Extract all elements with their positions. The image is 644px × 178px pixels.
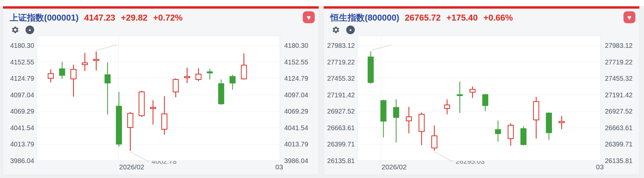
y-axis-label: 4152.55	[3, 58, 34, 66]
index-card-hang-seng: 27887.2426295.0327983.1227983.1227719.22…	[323, 6, 640, 175]
price-change: +175.40	[447, 13, 478, 23]
y-axis-label: 4124.79	[3, 74, 34, 82]
candle	[139, 91, 144, 117]
y-axis-label: 27455.32	[605, 74, 639, 82]
chart-canvas	[3, 6, 319, 175]
chart-toolbar: ▲	[332, 26, 355, 34]
y-axis-label: 27455.32	[324, 74, 355, 82]
index-header: 上证指数(000001) 4147.23 +29.82 +0.72%	[10, 12, 183, 24]
y-axis-label: 3986.04	[284, 157, 319, 165]
gear-icon	[332, 26, 340, 34]
y-axis-label: 26927.52	[324, 107, 355, 115]
y-axis-label: 27719.22	[605, 58, 639, 66]
y-axis-label: 4124.79	[284, 74, 319, 82]
candle	[521, 126, 526, 145]
y-axis-label: 27191.42	[605, 91, 639, 99]
y-axis-label: 3986.04	[3, 157, 34, 165]
accent-bar	[3, 6, 319, 9]
index-header: 恒生指数(800000) 26765.72 +175.40 +0.66%	[330, 12, 513, 24]
index-name: 上证指数(000001)	[10, 12, 79, 24]
index-name: 恒生指数(800000)	[330, 12, 399, 24]
gear-icon	[11, 26, 19, 34]
y-axis-label: 4013.79	[284, 140, 319, 148]
y-axis-label: 4069.29	[3, 107, 34, 115]
favorite-button[interactable]: ♥	[623, 11, 635, 23]
price-change-percent: +0.72%	[153, 13, 183, 23]
candle	[219, 79, 224, 105]
x-axis-label: 2026/02	[381, 163, 406, 171]
index-card-shanghai-composite: 4170.214002.784180.304180.304152.554152.…	[3, 6, 319, 175]
accent-bar	[324, 6, 639, 9]
x-axis-label: 2026/02	[119, 163, 144, 171]
y-axis-label: 27983.12	[605, 42, 639, 49]
last-price: 4147.23	[84, 13, 115, 23]
y-axis-label: 4041.54	[284, 124, 319, 132]
y-axis-label: 4180.30	[3, 42, 34, 49]
y-axis-label: 26399.71	[324, 140, 355, 148]
y-axis-label: 4097.04	[284, 91, 319, 99]
favorite-button[interactable]: ♥	[303, 11, 315, 23]
last-price: 26765.72	[405, 13, 441, 23]
heart-icon: ♥	[307, 14, 311, 21]
candlestick-chart[interactable]: 4170.214002.784180.304180.304152.554152.…	[3, 6, 319, 175]
y-axis-label: 4041.54	[3, 124, 34, 132]
collapse-button[interactable]: ▲	[346, 26, 355, 34]
y-axis-label: 26135.81	[324, 157, 355, 165]
y-axis-label: 26927.52	[605, 107, 639, 115]
x-axis-label: 03	[275, 163, 283, 171]
y-axis-label: 27719.22	[324, 58, 355, 66]
triangle-up-icon: ▲	[349, 28, 352, 32]
candlestick-chart[interactable]: 27887.2426295.0327983.1227983.1227719.22…	[324, 6, 640, 175]
y-axis-label: 4180.30	[284, 42, 319, 49]
heart-icon: ♥	[627, 14, 631, 21]
y-axis-label: 4097.04	[3, 91, 34, 99]
y-axis-label: 26399.71	[605, 140, 639, 148]
collapse-button[interactable]: ▲	[26, 26, 34, 34]
triangle-up-icon: ▲	[28, 28, 32, 32]
y-axis-label: 26663.61	[605, 124, 639, 132]
y-axis-label: 4069.29	[284, 107, 319, 115]
y-axis-label: 26135.81	[605, 157, 639, 165]
chart-toolbar: ▲	[11, 26, 34, 34]
settings-button[interactable]	[332, 26, 340, 34]
x-axis-label: 03	[596, 163, 604, 171]
y-axis-label: 4152.55	[284, 58, 319, 66]
price-change-percent: +0.66%	[483, 13, 513, 23]
settings-button[interactable]	[11, 26, 20, 34]
price-change: +29.82	[121, 13, 147, 23]
y-axis-label: 26663.61	[324, 124, 355, 132]
y-axis-label: 4013.79	[3, 140, 34, 148]
y-axis-label: 27191.42	[324, 91, 355, 99]
chart-canvas	[324, 6, 640, 175]
y-axis-label: 27983.12	[324, 42, 355, 49]
